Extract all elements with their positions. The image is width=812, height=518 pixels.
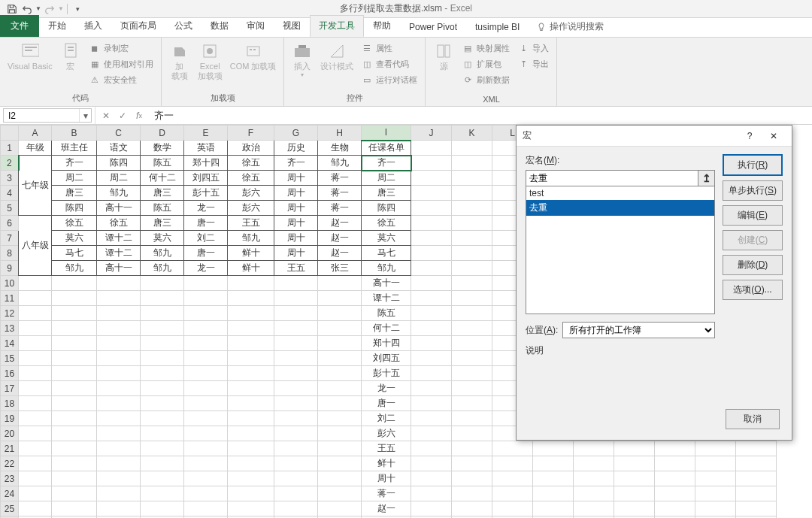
cell[interactable] xyxy=(452,216,492,231)
cell[interactable] xyxy=(695,471,736,486)
cell[interactable] xyxy=(274,351,318,366)
cell[interactable] xyxy=(318,471,362,486)
cell[interactable] xyxy=(52,441,97,456)
tab-help[interactable]: 帮助 xyxy=(364,15,400,37)
cell[interactable] xyxy=(411,201,452,216)
row-header[interactable]: 25 xyxy=(1,501,19,516)
cell[interactable] xyxy=(695,456,736,471)
cell[interactable] xyxy=(318,321,362,336)
cell[interactable] xyxy=(19,441,52,456)
cell[interactable]: 高十一 xyxy=(362,276,411,291)
enter-formula-icon[interactable]: ✓ xyxy=(115,111,130,121)
cell[interactable] xyxy=(97,411,141,426)
cell[interactable]: 邹九 xyxy=(97,186,141,201)
excel-addins-button[interactable]: Excel 加载项 xyxy=(195,39,226,90)
cell[interactable]: 唐三 xyxy=(141,216,184,231)
cell[interactable] xyxy=(492,456,533,471)
cell[interactable] xyxy=(141,306,184,321)
cell[interactable] xyxy=(614,471,655,486)
row-header[interactable]: 16 xyxy=(1,366,19,381)
cell[interactable]: 周十 xyxy=(274,231,318,246)
cell[interactable] xyxy=(228,456,274,471)
run-button[interactable]: 执行(R) xyxy=(723,154,783,176)
cell[interactable] xyxy=(452,381,492,396)
cell[interactable] xyxy=(411,321,452,336)
cell[interactable] xyxy=(184,306,228,321)
cell[interactable] xyxy=(574,486,614,501)
cell[interactable] xyxy=(184,381,228,396)
cell[interactable] xyxy=(97,306,141,321)
cell[interactable] xyxy=(411,261,452,276)
cell[interactable] xyxy=(19,381,52,396)
cell[interactable]: 彭十五 xyxy=(362,366,411,381)
cell[interactable] xyxy=(614,456,655,471)
cell[interactable] xyxy=(141,501,184,516)
cell[interactable] xyxy=(19,426,52,441)
row-header[interactable]: 21 xyxy=(1,441,19,456)
cell[interactable]: 彭六 xyxy=(228,186,274,201)
cell[interactable]: 张三 xyxy=(318,261,362,276)
cell[interactable]: 赵一 xyxy=(318,216,362,231)
cell[interactable] xyxy=(52,351,97,366)
cell[interactable]: 龙一 xyxy=(184,201,228,216)
cell[interactable] xyxy=(184,276,228,291)
cell[interactable]: 陈五 xyxy=(362,306,411,321)
cell[interactable]: 马七 xyxy=(362,246,411,261)
dialog-titlebar[interactable]: 宏 ? ✕ xyxy=(517,126,792,147)
macro-list[interactable]: test去重 xyxy=(526,186,715,314)
cell[interactable] xyxy=(411,426,452,441)
row-header[interactable]: 1 xyxy=(1,141,19,156)
relative-ref-button[interactable]: ▦使用相对引用 xyxy=(86,56,156,72)
cell[interactable]: 唐一 xyxy=(362,396,411,411)
cell[interactable] xyxy=(97,441,141,456)
cell[interactable] xyxy=(141,366,184,381)
column-header[interactable]: E xyxy=(184,126,228,141)
cell[interactable] xyxy=(452,321,492,336)
column-header[interactable]: B xyxy=(52,126,97,141)
macro-name-input[interactable] xyxy=(526,170,698,186)
macros-button[interactable]: 宏 xyxy=(57,39,84,90)
cell[interactable] xyxy=(52,471,97,486)
cell[interactable] xyxy=(141,351,184,366)
cell[interactable] xyxy=(97,336,141,351)
cell[interactable] xyxy=(52,501,97,516)
cell[interactable] xyxy=(318,441,362,456)
tab-view[interactable]: 视图 xyxy=(274,15,310,37)
cell[interactable]: 周十 xyxy=(274,186,318,201)
column-header[interactable]: H xyxy=(318,126,362,141)
cell[interactable]: 语文 xyxy=(97,141,141,156)
formula-input[interactable]: 齐一 xyxy=(150,107,812,124)
cell[interactable] xyxy=(695,441,736,456)
insert-control-button[interactable]: 插入▾ xyxy=(289,39,316,90)
row-header[interactable]: 5 xyxy=(1,201,19,216)
row-header[interactable]: 19 xyxy=(1,411,19,426)
name-box[interactable] xyxy=(4,109,79,122)
cell[interactable]: 王五 xyxy=(274,261,318,276)
cell[interactable] xyxy=(655,486,695,501)
cell[interactable] xyxy=(533,456,574,471)
row-header[interactable]: 12 xyxy=(1,306,19,321)
cell[interactable] xyxy=(452,486,492,501)
cell[interactable] xyxy=(141,471,184,486)
tab-file[interactable]: 文件 xyxy=(0,15,39,37)
cell[interactable]: 龙一 xyxy=(362,381,411,396)
cell[interactable]: 唐三 xyxy=(362,186,411,201)
cell[interactable] xyxy=(274,321,318,336)
cell[interactable]: 任课名单 xyxy=(362,141,411,156)
expansion-packs-button[interactable]: ◫扩展包 xyxy=(459,56,513,72)
cancel-formula-icon[interactable]: ✕ xyxy=(98,111,114,121)
cell[interactable]: 邹九 xyxy=(52,261,97,276)
cell[interactable] xyxy=(452,471,492,486)
cell[interactable] xyxy=(97,291,141,306)
cell[interactable] xyxy=(655,456,695,471)
cell[interactable] xyxy=(141,276,184,291)
cell[interactable]: 邹九 xyxy=(228,231,274,246)
cell[interactable] xyxy=(452,156,492,171)
qat-customize-icon[interactable]: ▾ xyxy=(70,2,85,17)
delete-button[interactable]: 删除(D) xyxy=(723,255,783,275)
cell[interactable] xyxy=(228,291,274,306)
cell[interactable] xyxy=(452,306,492,321)
cell[interactable] xyxy=(184,426,228,441)
cell[interactable] xyxy=(184,456,228,471)
cell[interactable]: 邹九 xyxy=(141,246,184,261)
